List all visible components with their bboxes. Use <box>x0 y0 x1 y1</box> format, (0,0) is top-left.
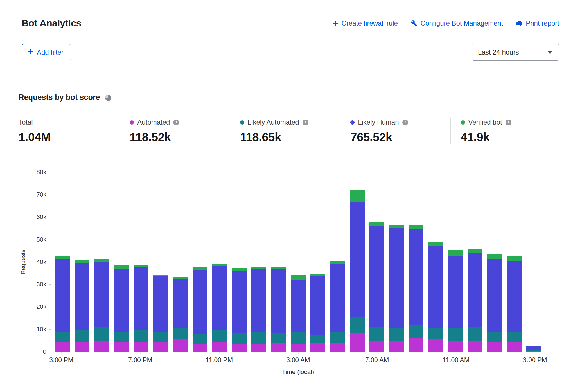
bar-segment-likely-automated <box>409 325 423 338</box>
bar-segment-likely-human <box>173 279 188 328</box>
bar-segment-likely-automated <box>350 317 365 333</box>
bar-segment-likely-automated <box>94 327 109 341</box>
bar-segment-automated <box>193 344 207 352</box>
chart-bar-4-00-am-13[interactable] <box>310 172 325 352</box>
info-icon[interactable] <box>173 120 179 125</box>
chart-bar-11-00-am-20[interactable] <box>448 172 463 352</box>
bar-segment-likely-automated <box>271 333 286 343</box>
bar-slot <box>406 172 426 352</box>
pie-chart-icon <box>105 94 112 102</box>
bar-segment-likely-automated <box>428 328 443 339</box>
bar-segment-likely-automated <box>330 332 345 343</box>
section-title-row: Requests by bot score <box>19 93 561 102</box>
configure-bot-management-label: Configure Bot Management <box>421 19 503 27</box>
chart-bar-8-00-pm-5[interactable] <box>153 172 168 352</box>
bar-segment-likely-human <box>271 269 286 333</box>
bar-segment-verified-bot <box>291 275 306 280</box>
bar-slot <box>53 172 72 352</box>
bar-segment-likely-human <box>310 276 325 335</box>
chevron-down-icon <box>547 51 553 54</box>
bar-segment-likely-automated <box>212 330 227 342</box>
bar-segment-likely-human <box>428 246 443 328</box>
chart-bar-4-00-pm-1[interactable] <box>75 172 89 352</box>
bar-segment-likely-human <box>193 270 207 334</box>
stat-total-value: 1.04M <box>19 130 119 144</box>
bar-segment-verified-bot <box>487 254 502 258</box>
chart-bar-8-00-am-17[interactable] <box>389 172 404 352</box>
y-tick-mark <box>49 284 51 285</box>
chart-bar-12-00-am-9[interactable] <box>232 172 247 352</box>
chart-bar-11-00-pm-8[interactable] <box>212 172 227 352</box>
stat-verified-bot: Verified bot 41.9k <box>450 118 561 144</box>
header-actions: Create firewall rule Configure Bot Manag… <box>332 19 559 27</box>
x-tick-mark <box>61 352 62 354</box>
bar-segment-likely-automated <box>291 332 306 344</box>
chart-bar-7-00-pm-4[interactable] <box>134 172 148 352</box>
bar-segment-verified-bot <box>369 222 384 226</box>
bar-segment-likely-automated <box>75 330 89 342</box>
stat-verified-bot-label: Verified bot <box>468 118 502 126</box>
configure-bot-management-link[interactable]: Configure Bot Management <box>411 19 503 27</box>
bar-segment-likely-automated <box>389 328 404 341</box>
print-report-label: Print report <box>526 19 559 27</box>
chart-bar-10-00-am-19[interactable] <box>428 172 443 352</box>
chart-bar-3-00-pm-0[interactable] <box>55 172 70 352</box>
add-filter-button[interactable]: Add filter <box>22 44 71 60</box>
x-tick-mark <box>377 352 377 354</box>
chart-bar-12-00-pm-21[interactable] <box>468 172 482 352</box>
bar-segment-likely-human <box>468 253 482 327</box>
section-title: Requests by bot score <box>19 93 100 102</box>
bot-analytics-page: Bot Analytics Create firewall rule Confi… <box>0 0 582 392</box>
chart-bar-3-00-am-12[interactable] <box>291 172 306 352</box>
bar-segment-likely-automated <box>310 335 325 343</box>
bar-slot <box>229 172 249 352</box>
x-tick-label: 3:00 PM <box>49 356 73 364</box>
create-firewall-rule-link[interactable]: Create firewall rule <box>332 19 398 27</box>
print-report-link[interactable]: Print report <box>516 19 559 27</box>
chart-bar-1-00-pm-22[interactable] <box>487 172 502 352</box>
chart-bar-2-00-am-11[interactable] <box>271 172 286 352</box>
chart-bar-10-00-pm-7[interactable] <box>193 172 207 352</box>
bar-segment-likely-automated <box>487 332 502 342</box>
bar-segment-automated <box>369 341 384 352</box>
time-range-select[interactable]: Last 24 hours <box>472 44 559 61</box>
chart-bar-5-00-pm-2[interactable] <box>94 172 109 352</box>
chart-bar-3-00-pm-24[interactable] <box>526 172 541 352</box>
bar-segment-verified-bot <box>212 264 227 267</box>
y-tick-label: 50k <box>37 236 46 243</box>
chart-bar-6-00-pm-3[interactable] <box>114 172 129 352</box>
info-icon[interactable] <box>402 120 408 125</box>
stat-likely-automated-value: 118.65k <box>240 130 340 144</box>
chart-bar-2-00-pm-23[interactable] <box>507 172 522 352</box>
bar-segment-likely-human <box>114 269 129 332</box>
chart-bar-7-00-am-16[interactable] <box>369 172 384 352</box>
bar-segment-likely-human <box>448 256 463 328</box>
bar-segment-automated <box>271 343 286 352</box>
page-title: Bot Analytics <box>22 18 81 29</box>
chart-bar-1-00-am-10[interactable] <box>251 172 266 352</box>
bar-segment-likely-human <box>330 264 345 332</box>
bar-slot <box>288 172 308 352</box>
bar-segment-likely-automated <box>193 334 207 344</box>
bar-slot <box>367 172 387 352</box>
y-tick-mark <box>49 240 51 240</box>
chart-bar-6-00-am-15[interactable] <box>350 172 365 352</box>
stat-automated-label: Automated <box>137 118 170 126</box>
create-firewall-rule-label: Create firewall rule <box>342 19 398 27</box>
chart-bar-9-00-am-18[interactable] <box>409 172 423 352</box>
bar-segment-automated <box>232 344 247 352</box>
chart-bar-9-00-pm-6[interactable] <box>173 172 188 352</box>
bar-segment-automated <box>134 342 148 352</box>
y-tick-label: 0 <box>43 348 46 355</box>
bar-segment-verified-bot <box>409 225 423 229</box>
bar-segment-likely-automated <box>448 328 463 341</box>
info-icon[interactable] <box>303 120 308 125</box>
chart-bar-5-00-am-14[interactable] <box>330 172 345 352</box>
bar-segment-verified-bot <box>134 265 148 268</box>
bar-segment-verified-bot <box>271 267 286 269</box>
bar-slot <box>485 172 504 352</box>
info-icon[interactable] <box>506 120 511 125</box>
stat-likely-human: Likely Human 765.52k <box>340 118 450 144</box>
bar-segment-likely-human <box>75 263 89 331</box>
bar-segment-automated <box>173 339 188 352</box>
